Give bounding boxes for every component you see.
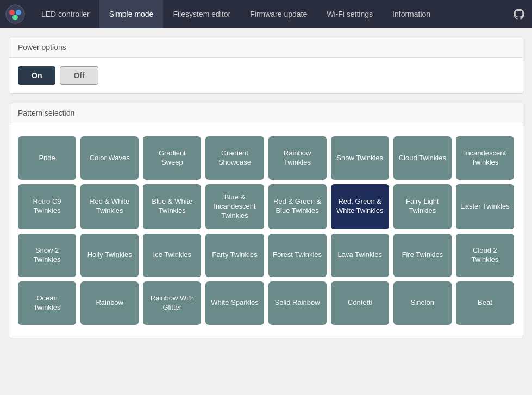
power-panel-body: On Off xyxy=(9,58,523,93)
pattern-tile[interactable]: Ice Twinkles xyxy=(143,234,201,277)
pattern-tile[interactable]: Fairy Light Twinkles xyxy=(393,184,452,229)
pattern-tile[interactable]: Red, Green & White Twinkles xyxy=(331,184,389,229)
pattern-tile[interactable]: Confetti xyxy=(331,281,389,325)
pattern-tile[interactable]: Lava Twinkles xyxy=(331,234,389,277)
power-on-button[interactable]: On xyxy=(18,66,55,85)
svg-point-0 xyxy=(6,5,24,23)
pattern-tile[interactable]: Rainbow Twinkles xyxy=(268,136,327,180)
pattern-tile[interactable]: Solid Rainbow xyxy=(268,281,327,325)
pattern-panel: Pattern selection PrideColor WavesGradie… xyxy=(9,103,523,338)
pattern-tile[interactable]: Incandescent Twinkles xyxy=(456,136,514,180)
tab-simple-mode[interactable]: Simple mode xyxy=(99,0,164,28)
tab-led-controller[interactable]: LED controller xyxy=(32,0,99,28)
pattern-tile[interactable]: White Sparkles xyxy=(205,281,264,325)
pattern-panel-header: Pattern selection xyxy=(9,103,523,123)
pattern-tile[interactable]: Rainbow With Glitter xyxy=(143,281,201,325)
github-icon[interactable] xyxy=(511,7,527,22)
svg-point-3 xyxy=(12,15,18,20)
pattern-tile[interactable]: Party Twinkles xyxy=(205,234,264,277)
pattern-tile[interactable]: Forest Twinkles xyxy=(268,234,327,277)
svg-point-2 xyxy=(16,10,21,15)
svg-point-1 xyxy=(9,10,15,15)
navigation: LED controller Simple mode Filesystem ed… xyxy=(0,0,532,28)
pattern-tile[interactable]: Red & White Twinkles xyxy=(80,184,139,229)
pattern-tile[interactable]: Red & Green & Blue Twinkles xyxy=(268,184,327,229)
pattern-tile[interactable]: Easter Twinkles xyxy=(456,184,514,229)
pattern-tile[interactable]: Pride xyxy=(18,136,76,180)
pattern-panel-body: PrideColor WavesGradient SweepGradient S… xyxy=(9,123,523,338)
tab-filesystem-editor[interactable]: Filesystem editor xyxy=(163,0,240,28)
pattern-tile[interactable]: Snow 2 Twinkles xyxy=(18,234,76,277)
power-buttons-group: On Off xyxy=(18,66,514,85)
nav-tabs: LED controller Simple mode Filesystem ed… xyxy=(32,0,511,28)
pattern-tile[interactable]: Retro C9 Twinkles xyxy=(18,184,76,229)
main-content: Power options On Off Pattern selection P… xyxy=(0,28,532,356)
pattern-tile[interactable]: Blue & White Twinkles xyxy=(143,184,201,229)
tab-wifi-settings[interactable]: Wi-Fi settings xyxy=(317,0,383,28)
pattern-grid: PrideColor WavesGradient SweepGradient S… xyxy=(18,132,514,329)
tab-firmware-update[interactable]: Firmware update xyxy=(240,0,317,28)
pattern-tile[interactable]: Cloud 2 Twinkles xyxy=(456,234,514,277)
pattern-tile[interactable]: Cloud Twinkles xyxy=(393,136,452,180)
pattern-tile[interactable]: Snow Twinkles xyxy=(331,136,389,180)
pattern-tile[interactable]: Ocean Twinkles xyxy=(18,281,76,325)
pattern-tile[interactable]: Sinelon xyxy=(393,281,452,325)
power-panel-header: Power options xyxy=(9,37,523,58)
pattern-tile[interactable]: Gradient Sweep xyxy=(143,136,201,180)
tab-information[interactable]: Information xyxy=(383,0,440,28)
pattern-tile[interactable]: Blue & Incandescent Twinkles xyxy=(205,184,264,229)
power-off-button[interactable]: Off xyxy=(60,66,98,85)
pattern-tile[interactable]: Gradient Showcase xyxy=(205,136,264,180)
power-panel: Power options On Off xyxy=(9,37,523,94)
pattern-tile[interactable]: Holly Twinkles xyxy=(80,234,139,277)
pattern-tile[interactable]: Fire Twinkles xyxy=(393,234,452,277)
pattern-tile[interactable]: Beat xyxy=(456,281,514,325)
pattern-tile[interactable]: Rainbow xyxy=(80,281,139,325)
pattern-tile[interactable]: Color Waves xyxy=(80,136,139,180)
app-logo xyxy=(5,4,25,24)
